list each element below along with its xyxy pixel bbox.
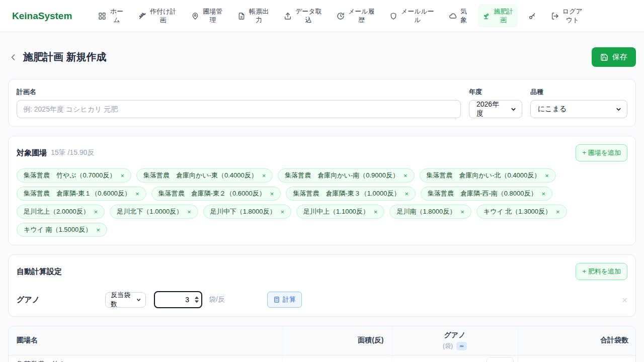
field-tag-list: 集落営農 竹やぶ（0.7000反）× 集落営農 倉庫向かい-東（0.4000反）…: [17, 168, 627, 237]
save-button[interactable]: 保存: [592, 47, 636, 67]
field-tag-label: 足川北下（1.0000反）: [117, 207, 183, 216]
field-tag: 集落営農 倉庫向かい-南（0.9000反）×: [278, 168, 414, 183]
remove-tag-icon[interactable]: ×: [120, 172, 124, 179]
approx-badge[interactable]: ≃: [456, 342, 467, 350]
plan-name-input[interactable]: [17, 100, 461, 118]
variety-select[interactable]: にこまる: [530, 100, 627, 118]
remove-tag-icon[interactable]: ×: [262, 172, 266, 179]
add-field-button[interactable]: + 圃場を追加: [576, 144, 627, 161]
field-tag-label: 集落営農 倉庫隣-東３（1.0000反）: [293, 189, 400, 198]
remove-tag-icon[interactable]: ×: [541, 190, 545, 198]
auto-calc-card: 自動計算設定 + 肥料を追加 グアノ 反当袋数 袋/反 計算 ×: [8, 254, 636, 317]
nav-item-label: 圃場管理: [202, 8, 223, 24]
table-header-row: 圃場名 面積(反) グアノ (袋) ≃ 合計袋数: [9, 326, 636, 355]
fertilizer-name: グアノ: [17, 295, 105, 305]
nav-item-mail-history[interactable]: メール履歴: [333, 4, 379, 28]
remove-tag-icon[interactable]: ×: [96, 226, 100, 234]
upload-icon: [284, 12, 292, 20]
field-tag-label: 足川南（1.8000反）: [396, 207, 456, 216]
cell-guano: [392, 355, 518, 362]
col-header-total-bags: 合計袋数: [518, 326, 636, 355]
nav-item-logout[interactable]: ログアウト: [547, 4, 587, 28]
target-fields-title: 対象圃場: [17, 148, 47, 158]
field-tag: 足川中下（1.8000反）×: [203, 205, 291, 219]
field-tag-label: 集落営農 倉庫向かい-南（0.9000反）: [285, 171, 399, 180]
cell-area: 0.7000: [282, 355, 392, 362]
field-tag-label: キウイ 北（1.3000反）: [484, 207, 551, 216]
nav-item-data-import[interactable]: データ取込: [280, 4, 326, 28]
plan-form-card: 計画名 年度 2026年度 品種 にこまる: [8, 79, 636, 127]
calculate-button-label: 計算: [283, 295, 296, 304]
remove-tag-icon[interactable]: ×: [545, 172, 549, 179]
remove-tag-icon[interactable]: ×: [556, 208, 560, 216]
fields-table-card: 圃場名 面積(反) グアノ (袋) ≃ 合計袋数 集落営農 竹やぶ 0.7000: [8, 326, 636, 362]
add-fertilizer-button[interactable]: + 肥料を追加: [576, 263, 627, 280]
table-row: 集落営農 竹やぶ 0.7000 -: [9, 355, 636, 362]
remove-tag-icon[interactable]: ×: [405, 190, 409, 198]
nav-item-report-output[interactable]: 帳票出力: [233, 4, 273, 28]
number-stepper[interactable]: [195, 297, 199, 303]
field-tag: 足川中上（1.1000反）×: [296, 205, 384, 219]
field-tag: 集落営農 倉庫隣-西-南（0.8000反）×: [421, 187, 552, 201]
brand-logo[interactable]: KeinaSystem: [12, 11, 72, 22]
unit-label: 袋/反: [209, 295, 225, 304]
field-tag-label: キウイ 南（1.5000反）: [24, 225, 92, 234]
field-tag: 集落営農 倉庫向かい-北（0.4000反）×: [420, 168, 556, 183]
field-tag: 集落営農 倉庫隣-東３（1.0000反）×: [286, 187, 416, 201]
calc-mode-value: 反当袋数: [111, 291, 133, 309]
stepper-up-icon[interactable]: [195, 297, 199, 299]
cloud-icon: [449, 12, 457, 20]
guano-header-label: グアノ: [400, 331, 510, 340]
calc-mode-select[interactable]: 反当袋数: [105, 292, 146, 308]
auto-calc-title: 自動計算設定: [17, 267, 62, 277]
chevron-down-icon: [615, 106, 622, 113]
remove-tag-icon[interactable]: ×: [187, 208, 191, 216]
page-header: 施肥計画 新規作成 保存: [0, 32, 644, 79]
calculator-icon: [273, 296, 280, 303]
field-tag-label: 集落営農 倉庫隣-東２（0.6000反）: [158, 189, 266, 198]
guano-unit-label: (袋): [443, 342, 453, 350]
field-tag-label: 集落営農 倉庫隣-西-南（0.8000反）: [428, 189, 537, 198]
file-icon: [237, 12, 246, 20]
nav-item-weather[interactable]: 気象: [445, 4, 471, 28]
field-tag-label: 集落営農 竹やぶ（0.7000反）: [24, 171, 116, 180]
year-label: 年度: [469, 87, 522, 97]
calculate-button[interactable]: 計算: [267, 292, 302, 308]
nav-item-field-management[interactable]: 圃場管理: [187, 4, 227, 28]
field-tag-label: 集落営農 倉庫向かい-東（0.4000反）: [143, 171, 258, 180]
nav-item-label: 施肥計画: [493, 8, 514, 24]
nav-item-api-key[interactable]: [524, 9, 540, 24]
remove-tag-icon[interactable]: ×: [374, 208, 378, 216]
chevron-down-icon: [510, 106, 517, 113]
nav-item-fertilization-plan[interactable]: 施肥計画: [478, 4, 518, 28]
chevron-left-icon: [8, 52, 18, 62]
remove-tag-icon[interactable]: ×: [270, 190, 274, 198]
field-tag: 足川北上（2.0000反）×: [17, 205, 105, 219]
back-button[interactable]: [8, 52, 18, 62]
remove-tag-icon[interactable]: ×: [404, 172, 408, 179]
guano-bags-input[interactable]: [487, 357, 514, 362]
year-select[interactable]: 2026年度: [469, 100, 522, 118]
nav-item-mail-rules[interactable]: メールルール: [385, 4, 438, 28]
field-tag-label: 足川北上（2.0000反）: [24, 207, 90, 216]
nav-item-planting-plan[interactable]: 作付け計画: [134, 4, 181, 28]
nav-item-label: 作付け計画: [149, 8, 177, 24]
remove-tag-icon[interactable]: ×: [135, 190, 139, 198]
variety-label: 品種: [530, 87, 627, 97]
remove-tag-icon[interactable]: ×: [460, 208, 464, 216]
history-icon: [337, 12, 345, 20]
nav-item-home[interactable]: ホーム: [94, 4, 128, 28]
wheat-icon: [138, 12, 146, 20]
stepper-down-icon[interactable]: [195, 301, 199, 303]
field-tag: 集落営農 倉庫向かい-東（0.4000反）×: [136, 168, 273, 183]
target-fields-card: 対象圃場 15筆 /15.90反 + 圃場を追加 集落営農 竹やぶ（0.7000…: [8, 136, 636, 245]
nav-item-label: メール履歴: [348, 8, 375, 24]
cell-field-name: 集落営農 竹やぶ: [9, 355, 282, 362]
remove-tag-icon[interactable]: ×: [94, 208, 98, 216]
remove-tag-icon[interactable]: ×: [280, 208, 284, 216]
nav-items: ホーム 作付け計画 圃場管理 帳票出力 データ取込: [94, 4, 632, 28]
field-tag-label: 集落営農 倉庫隣-東１（0.6000反）: [24, 189, 131, 198]
remove-fertilizer-icon[interactable]: ×: [622, 295, 627, 305]
map-pin-icon: [191, 12, 199, 20]
fertilizer-row: グアノ 反当袋数 袋/反 計算 ×: [17, 291, 627, 308]
